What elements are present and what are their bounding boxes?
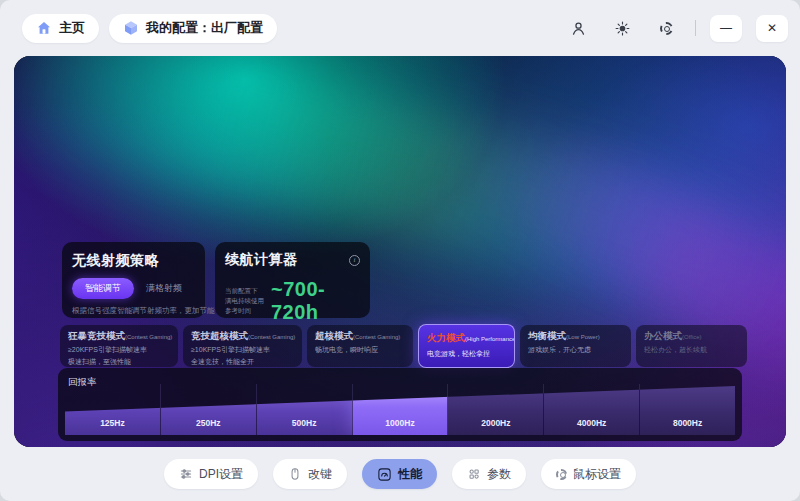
- mode-tab-contest-supercore[interactable]: 竞技超核模式(Contest Gaming) ≥10KFPS引擎扫描帧速率 全速…: [183, 325, 302, 367]
- battery-estimate-value: ~700-720h: [271, 278, 360, 324]
- polling-rate-panel: 回报率 125Hz 250Hz 500Hz 1000Hz 2000Hz 4000…: [58, 368, 742, 441]
- bottom-navigation: DPI设置 改键 性能 参数 鼠标设置: [0, 447, 800, 501]
- nav-dpi-settings[interactable]: DPI设置: [164, 459, 258, 489]
- dpi-sliders-icon: [179, 467, 193, 481]
- performance-mode-tabs: 狂暴竞技模式(Contest Gaming) ≥20KFPS引擎扫描帧速率 极速…: [60, 325, 747, 369]
- battery-calculator-title: 续航计算器: [225, 251, 298, 269]
- titlebar: 主页 我的配置：出厂配置 — ✕: [0, 0, 800, 56]
- brightness-icon[interactable]: [607, 13, 637, 43]
- speedometer-icon: [377, 467, 392, 482]
- mode-tab-balanced[interactable]: 均衡模式(Low Power) 游戏娱乐，开心无虑: [520, 325, 631, 367]
- rf-strategy-panel: 无线射频策略 智能调节 满格射频 根据信号强度智能调节射频功率，更加节能: [62, 242, 205, 318]
- nav-parameters[interactable]: 参数: [452, 459, 526, 489]
- home-icon: [36, 20, 52, 36]
- smart-adjust-button[interactable]: 智能调节: [72, 278, 134, 299]
- rf-strategy-description: 根据信号强度智能调节射频功率，更加节能: [72, 306, 197, 316]
- settings-gear-icon[interactable]: [651, 13, 681, 43]
- battery-condition-text: 当前配置下 满电持续使用 参考时间: [225, 286, 264, 316]
- polling-option-8000hz[interactable]: 8000Hz: [640, 384, 735, 435]
- nav-key-remap[interactable]: 改键: [273, 459, 347, 489]
- mode-tab-office[interactable]: 办公模式(Office) 轻松办公，超长续航: [636, 325, 747, 367]
- config-label: 我的配置：出厂配置: [146, 19, 263, 37]
- full-rf-option[interactable]: 满格射频: [146, 282, 182, 295]
- parameters-icon: [467, 467, 481, 481]
- close-button[interactable]: ✕: [756, 15, 788, 42]
- app-window: 主页 我的配置：出厂配置 — ✕: [0, 0, 800, 501]
- battery-calculator-panel: 续航计算器 i 当前配置下 满电持续使用 参考时间 ~700-720h: [215, 242, 370, 318]
- home-label: 主页: [59, 19, 85, 37]
- home-button[interactable]: 主页: [22, 14, 99, 43]
- mode-tab-supercore[interactable]: 超核模式(Contest Gaming) 畅玩电竞，瞬时响应: [307, 325, 413, 367]
- mode-tab-high-performance[interactable]: 火力模式(High Performance) 电竞游戏，轻松拿捏: [418, 324, 515, 368]
- titlebar-actions: — ✕: [563, 13, 788, 43]
- account-icon[interactable]: [563, 13, 593, 43]
- rf-strategy-title: 无线射频策略: [72, 252, 197, 270]
- nav-performance[interactable]: 性能: [362, 459, 437, 489]
- performance-stage: 无线射频策略 智能调节 满格射频 根据信号强度智能调节射频功率，更加节能 续航计…: [14, 56, 786, 447]
- mode-tab-contest-rage[interactable]: 狂暴竞技模式(Contest Gaming) ≥20KFPS引擎扫描帧速率 极速…: [60, 325, 178, 367]
- mouse-icon: [288, 467, 302, 481]
- minimize-button[interactable]: —: [710, 15, 742, 42]
- titlebar-separator: [695, 20, 696, 36]
- cube-icon: [123, 20, 139, 36]
- config-breadcrumb[interactable]: 我的配置：出厂配置: [109, 14, 277, 43]
- info-icon[interactable]: i: [349, 255, 360, 266]
- nav-mouse-settings[interactable]: 鼠标设置: [541, 459, 636, 489]
- mouse-settings-gear-icon: [556, 469, 567, 480]
